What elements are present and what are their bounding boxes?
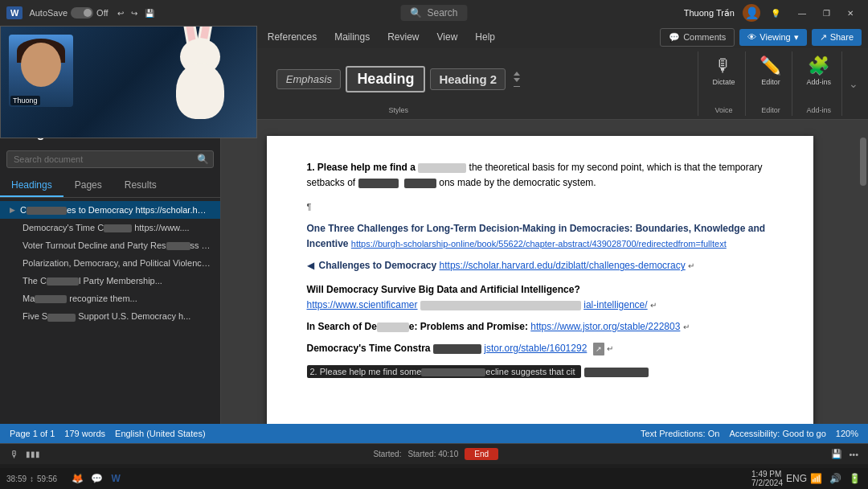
network-icon[interactable]: 📶 [809,471,823,486]
word-count: 179 words [64,429,105,438]
current-time: 1:49 PM [751,470,783,479]
meeting-bar-left: 🎙 ▮▮▮ [10,449,40,460]
title-bar-right: Thuong Trần 👤 💡 — ❐ ✕ [684,4,862,22]
autosave-toggle[interactable] [71,7,93,18]
tab-review[interactable]: Review [379,28,427,46]
taskbar-clock: 1:49 PM 7/2/2024 [751,470,783,487]
nav-item-label: Ma recognize them... [23,294,211,303]
dictate-button[interactable]: 🎙 Dictate [708,53,739,88]
style-emphasis[interactable]: Emphasis [276,69,341,89]
rabbit-image [160,31,240,119]
tab-help[interactable]: Help [467,28,503,46]
doc-heading3-title: In Search of Dee: Problems and Promise: [307,321,531,332]
addins-group-label: Add-ins [806,106,831,114]
nav-item[interactable]: Democracy's Time C https://www.... [0,219,220,236]
tab-mailings[interactable]: Mailings [326,28,378,46]
volume-icon[interactable]: 🔊 [828,471,842,486]
taskbar-system-icons: ENG 📶 🔊 🔋 [789,471,862,486]
doc-bullet-content: Challenges to Democracy https://scholar.… [319,258,695,273]
share-button[interactable]: ↗ Share [812,29,862,46]
challenges-link[interactable]: https://scholar.harvard.edu/dziblatt/cha… [440,260,686,271]
scrollbar-thumb[interactable] [860,138,866,186]
timer2: 59:56 [37,475,57,483]
person-video: Thuong [9,35,73,107]
nav-item[interactable]: Voter Turnout Decline and Party Resss ht… [0,236,220,254]
more-options-icon[interactable]: ••• [849,450,858,459]
mic-icon[interactable]: 🎙 [10,449,19,460]
tab-view[interactable]: View [429,28,466,46]
firefox-icon[interactable]: 🦊 [70,471,84,486]
nav-item[interactable]: Polarization, Democracy, and Political V… [0,254,220,272]
scrollbar-right[interactable] [858,120,868,424]
autosave-control[interactable]: AutoSave Off [29,7,108,18]
styles-scroll-arrows[interactable] [514,72,520,87]
language-icon[interactable]: ENG [789,471,804,486]
doc-heading-2: Will Democracy Survive Big Data and Arti… [307,282,773,313]
nav-search-container[interactable]: 🔍 [6,150,214,168]
word-icon[interactable]: W [108,471,123,486]
democracy-ai-link-2[interactable]: ial-intelligence/ [583,299,647,310]
editor-button[interactable]: ✏️ Editor [755,53,785,88]
minimize-button[interactable]: — [791,5,813,21]
rabbit-body [176,63,224,119]
taskbar-timer: 38:59 ↕ 59:56 [6,475,57,483]
taskbar: 38:59 ↕ 59:56 🦊 💬 W 1:49 PM 7/2/2024 ENG… [0,468,868,489]
lightbulb-icon[interactable]: 💡 [768,8,783,18]
jstor-link-2[interactable]: jstor.org/stable/1601292 [484,343,587,354]
comments-button[interactable]: 💬 Comments [660,28,735,47]
nav-item[interactable]: Ma recognize them... [0,290,220,307]
ribbon-group-editor: ✏️ Editor Editor [749,51,792,116]
nav-tab-headings[interactable]: Headings [0,175,63,197]
jstor-link-1[interactable]: https://www.jstor.org/stable/222803 [530,321,680,332]
navigation-pane: Navigation ⊻ ✕ 🔍 Headings Pages Results … [0,120,221,424]
nav-item[interactable]: Five S Support U.S. Democracy h... [0,307,220,325]
zoom-level: 120% [836,429,858,438]
viewing-button[interactable]: 👁 Viewing ▾ [739,29,806,46]
chevron-down-ribbon-icon: ⌄ [849,77,858,90]
autosave-label: AutoSave [29,8,68,18]
search-bar[interactable]: 🔍 Search [400,5,467,21]
doc-ref1-link[interactable]: https://burgh-scholarship-online/book/55… [351,239,727,249]
tab-references[interactable]: References [260,28,325,46]
styles-group-label: Styles [388,106,408,114]
ribbon-action-buttons: 💬 Comments 👁 Viewing ▾ ↗ Share [660,28,862,47]
doc-ref1-title: One Three Challenges for Long-Term Decis… [307,221,773,252]
battery-icon[interactable]: 🔋 [847,471,862,486]
undo-icon[interactable]: ↩ [115,8,126,18]
addins-icon: 🧩 [808,55,829,76]
doc-question-1: 1. Please help me find a the theoretical… [307,160,773,191]
current-date: 7/2/2024 [751,479,783,487]
bars-icon: ▮▮▮ [26,450,40,458]
video-chat-overlay: Thuong [0,26,257,138]
editor-group-label: Editor [761,106,780,114]
nav-tabs: Headings Pages Results [0,175,220,198]
nav-tab-pages[interactable]: Pages [63,175,113,197]
democracy-ai-link[interactable]: https://www.scientificamer [307,299,418,310]
nav-search-input[interactable] [6,150,214,168]
style-heading2[interactable]: Heading 2 [430,68,506,90]
nav-item[interactable]: ▶ Ces to Democracy https://scholar.harva… [0,201,220,219]
nav-item-label: The Cl Party Membership... [23,276,211,286]
quick-access-toolbar: ↩ ↪ 💾 [115,8,157,18]
ribbon-expand-icon[interactable]: ⌄ [845,51,862,116]
ribbon-group-voice: 🎙 Dictate Voice [702,51,746,116]
save-icon-meeting[interactable]: 💾 [831,449,842,459]
style-heading[interactable]: Heading [346,66,425,92]
nav-tab-results[interactable]: Results [113,175,168,197]
doc-content: 1. Please help me find a the theoretical… [307,160,773,380]
user-avatar: 👤 [743,4,760,22]
person-face [21,43,61,87]
end-meeting-button[interactable]: End [465,448,498,460]
addins-button[interactable]: 🧩 Add-ins [802,53,835,88]
save-icon[interactable]: 💾 [142,8,157,18]
wechat-icon[interactable]: 💬 [89,471,104,486]
redo-icon[interactable]: ↪ [129,8,140,18]
search-label: Search [427,7,457,18]
accessibility-status: Accessibility: Good to go [729,429,825,438]
nav-item[interactable]: The Cl Party Membership... [0,272,220,290]
document-area[interactable]: 1. Please help me find a the theoretical… [221,120,858,424]
meeting-bar-right: 💾 ••• [831,449,858,459]
close-button[interactable]: ✕ [839,5,862,21]
microphone-icon: 🎙 [714,55,732,76]
restore-button[interactable]: ❐ [815,5,837,21]
